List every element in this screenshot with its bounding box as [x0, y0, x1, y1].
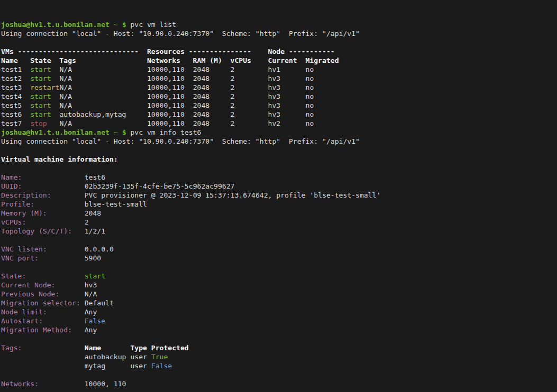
prompt-symbol: $ — [122, 21, 126, 29]
terminal-text-segment — [22, 344, 84, 352]
vm-row-test2: test2 start N/A 10000,110 2048 2 hv3 no — [1, 74, 557, 83]
vm-row-test7: test7 stop N/A 10000,110 2048 2 hv2 no — [1, 119, 557, 128]
info-value: N/A — [59, 290, 97, 298]
info-row-migration-selector: Migration selector: Default — [1, 298, 557, 307]
info-value: Default — [80, 299, 114, 307]
vm-node: hv3 — [268, 92, 306, 100]
vm-name: test3 — [1, 83, 30, 91]
info-value: Any — [47, 308, 97, 316]
info-value: hv3 — [55, 281, 97, 289]
info-value: 0.0.0.0 — [47, 245, 114, 253]
vm-name: test2 — [1, 74, 30, 82]
info-value: 2 — [26, 218, 88, 226]
vm-ram: 2048 — [193, 74, 231, 82]
vm-vcpus: 2 — [231, 92, 268, 100]
info-value: 10000, 110 — [39, 380, 126, 388]
blank-line — [1, 38, 557, 47]
info-label: Tags: — [1, 344, 22, 352]
table-group-header: VMs ----------------------------- Resour… — [1, 48, 335, 55]
prompt-symbol: $ — [122, 128, 126, 136]
info-row-memory: Memory (M): 2048 — [1, 209, 557, 218]
vm-state: start — [30, 66, 59, 73]
info-row-autostart: Autostart: False — [1, 316, 557, 325]
info-row-vcpus: vCPUs: 2 — [1, 218, 557, 227]
info-label: Description: — [1, 191, 51, 199]
vm-node: hv2 — [268, 119, 306, 127]
vm-ram: 2048 — [193, 110, 231, 118]
info-row-description: Description: PVC provisioner @ 2023-12-0… — [1, 191, 557, 200]
vm-table-group-header: VMs ----------------------------- Resour… — [1, 47, 557, 56]
tag-protected: False — [151, 362, 172, 370]
prompt-line-2: joshua@hv1.t.u.bonilan.net ~ $ pvc vm in… — [1, 128, 557, 137]
vm-ram: 2048 — [193, 101, 231, 109]
info-row-current-node: Current Node: hv3 — [1, 281, 557, 290]
connection-info-line: Using connection "local" - Host: "10.90.… — [1, 29, 557, 38]
info-row-uuid: UUID: 02b3239f-135f-4cfe-be75-5c962ac996… — [1, 182, 557, 191]
vm-vcpus: 2 — [231, 110, 268, 118]
vm-node: hv3 — [268, 83, 306, 91]
terminal-screen[interactable]: joshua@hv1.t.u.bonilan.net ~ $ pvc vm li… — [0, 0, 557, 392]
vm-networks: 10000,110 — [147, 101, 193, 109]
info-label: Memory (M): — [1, 209, 47, 217]
vm-name: test1 — [1, 66, 30, 73]
tags-table-header: Name Type Protected — [85, 344, 189, 352]
tags-row-autobackup: autobackup user True — [1, 352, 557, 361]
terminal-text-segment — [109, 128, 114, 136]
info-label: VNC listen: — [1, 245, 47, 253]
vm-row-test1: test1 start N/A 10000,110 2048 2 hv1 no — [1, 65, 557, 74]
vm-tags: N/A — [59, 66, 147, 73]
info-value-autostart: False — [85, 317, 105, 325]
vm-vcpus: 2 — [231, 74, 268, 82]
vm-state: start — [30, 92, 59, 100]
vm-networks: 10000,110 — [147, 119, 193, 127]
vm-node: hv3 — [268, 101, 306, 109]
vm-networks: 10000,110 — [147, 66, 193, 73]
info-row-vnc-listen: VNC listen: 0.0.0.0 — [1, 245, 557, 254]
vm-networks: 10000,110 — [147, 74, 193, 82]
vm-state: restart — [30, 83, 59, 91]
info-value: 02b3239f-135f-4cfe-be75-5c962ac99627 — [22, 182, 234, 190]
blank-line — [1, 146, 557, 155]
info-label: Migration Method: — [1, 326, 72, 334]
info-label: Topology (S/C/T): — [1, 227, 72, 235]
info-value: 1/2/1 — [72, 227, 105, 235]
blank-line — [1, 236, 557, 245]
info-value: PVC provisioner @ 2023-12-09 15:37:13.67… — [51, 191, 381, 199]
vm-node: hv3 — [268, 74, 306, 82]
prompt-line-1: joshua@hv1.t.u.bonilan.net ~ $ pvc vm li… — [1, 20, 557, 29]
vm-state: start — [30, 74, 59, 82]
vm-vcpus: 2 — [231, 66, 268, 73]
vm-networks: 10000,110 — [147, 110, 193, 118]
vm-tags: N/A — [59, 74, 147, 82]
command-vm-info: pvc vm info test6 — [126, 128, 202, 136]
terminal-text-segment — [26, 272, 84, 280]
info-label: VNC port: — [1, 254, 39, 262]
vm-migrated: no — [306, 119, 314, 127]
vm-state: start — [30, 101, 59, 109]
info-label: Networks: — [1, 380, 39, 388]
info-label: UUID: — [1, 182, 22, 190]
vm-name: test4 — [1, 92, 30, 100]
vm-ram: 2048 — [193, 119, 231, 127]
terminal-text-segment — [118, 21, 122, 29]
info-value: Any — [72, 326, 97, 334]
vm-ram: 2048 — [193, 92, 231, 100]
vm-name: test7 — [1, 119, 30, 127]
info-row-vnc-port: VNC port: 5900 — [1, 254, 557, 263]
vm-table-column-header: Name State Tags Networks RAM (M) vCPUs C… — [1, 56, 557, 65]
info-section-title: Virtual machine information: — [1, 155, 557, 164]
vm-name: test6 — [1, 110, 30, 118]
connection-info: Using connection "local" - Host: "10.90.… — [1, 137, 360, 145]
section-title: Virtual machine information: — [1, 155, 118, 163]
tag-protected: True — [151, 353, 168, 361]
info-label: vCPUs: — [1, 218, 26, 226]
vm-row-test4: test4 start N/A 10000,110 2048 2 hv3 no — [1, 92, 557, 101]
terminal-text-segment — [109, 21, 114, 29]
vm-tags: N/A — [59, 92, 147, 100]
vm-vcpus: 2 — [231, 101, 268, 109]
vm-row-test6: test6 start autobackup,mytag 10000,110 2… — [1, 110, 557, 119]
info-row-node-limit: Node limit: Any — [1, 307, 557, 316]
vm-state: stop — [30, 119, 59, 127]
vm-tags: autobackup,mytag — [59, 110, 147, 118]
vm-node: hv1 — [268, 66, 306, 73]
